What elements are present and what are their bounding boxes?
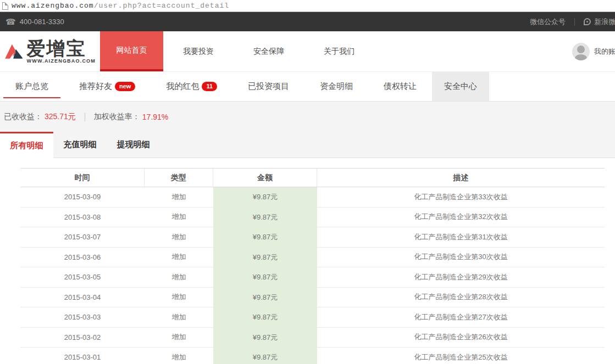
- transactions-table: 时间 类型 金额 描述 2015-03-09 增加 ¥9.87元 化工产品制造企…: [20, 168, 605, 364]
- cell-amount: ¥9.87元: [213, 288, 317, 308]
- cell-amount: ¥9.87元: [213, 227, 317, 248]
- nav-item-security[interactable]: 安全保障: [248, 47, 290, 57]
- main-header: 爱增宝 WWW.AIZENGBAO.COM 网站首页 我要投资 安全保障 关于我…: [0, 31, 615, 71]
- table-row: 2015-03-06 增加 ¥9.87元 化工产品制造企业第30次收益: [20, 248, 605, 268]
- cell-description: 化工产品制造企业第27次收益: [317, 307, 605, 328]
- table-row: 2015-03-08 增加 ¥9.87元 化工产品制造企业第32次收益: [20, 208, 605, 228]
- cell-description: 化工产品制造企业第26次收益: [317, 328, 605, 348]
- cell-amount: ¥9.87元: [213, 208, 317, 228]
- table-row: 2015-03-05 增加 ¥9.87元 化工产品制造企业第29次收益: [20, 267, 605, 288]
- table-row: 2015-03-04 增加 ¥9.87元 化工产品制造企业第28次收益: [20, 288, 605, 308]
- cell-time: 2015-03-01: [20, 348, 145, 364]
- avatar: [572, 43, 590, 60]
- count-badge: 11: [202, 82, 217, 91]
- browser-url-bar[interactable]: www.aizengbao.com/user.php?act=account_d…: [0, 0, 615, 12]
- cell-amount: ¥9.87元: [213, 307, 317, 328]
- table-row: 2015-03-07 增加 ¥9.87元 化工产品制造企业第31次收益: [20, 227, 605, 248]
- col-header-amount: 金额: [213, 169, 317, 187]
- weighted-rate-value: 17.91%: [142, 113, 168, 121]
- tab-all-details[interactable]: 所有明细: [0, 132, 53, 158]
- logo-text: 爱增宝: [27, 39, 96, 58]
- new-badge: new: [115, 82, 135, 91]
- subnav-item-referral[interactable]: 推荐好友 new: [71, 72, 143, 101]
- earned-income-label: 已收收益：: [4, 112, 42, 122]
- cell-time: 2015-03-04: [20, 288, 145, 308]
- content-area: 时间 类型 金额 描述 2015-03-09 增加 ¥9.87元 化工产品制造企…: [0, 158, 615, 364]
- cell-type: 增加: [145, 348, 213, 364]
- earned-income-value: 325.71元: [45, 112, 76, 122]
- subnav-item-invested-projects[interactable]: 已投资项目: [240, 72, 297, 101]
- subnav-label: 账户总览: [15, 81, 48, 92]
- subnav-item-debt-transfer[interactable]: 债权转让: [376, 72, 424, 101]
- tab-recharge-details[interactable]: 充值明细: [53, 132, 107, 158]
- tab-withdraw-details[interactable]: 提现明细: [107, 132, 160, 158]
- topbar-social: 微信公众号 新浪微博: [530, 12, 615, 31]
- cell-time: 2015-03-07: [20, 227, 145, 248]
- table-body: 2015-03-09 增加 ¥9.87元 化工产品制造企业第33次收益 2015…: [20, 187, 605, 364]
- subnav-label: 资金明细: [320, 81, 353, 92]
- subnav-label: 安全中心: [444, 81, 477, 92]
- cell-time: 2015-03-08: [20, 208, 145, 228]
- cell-description: 化工产品制造企业第33次收益: [317, 187, 605, 208]
- stats-section: 已收收益： 325.71元 加权收益率： 17.91% 所有明细 充值明细 提现…: [0, 102, 615, 158]
- divider: [85, 113, 85, 121]
- nav-item-about[interactable]: 关于我们: [318, 47, 360, 57]
- cell-time: 2015-03-03: [20, 307, 145, 328]
- my-account[interactable]: 我的账户: [572, 31, 615, 71]
- logo-icon: [4, 37, 24, 66]
- subnav-item-redpacket[interactable]: 我的红包 11: [158, 72, 225, 101]
- subnav-label: 我的红包: [166, 81, 199, 92]
- cell-time: 2015-03-06: [20, 248, 145, 268]
- cell-type: 增加: [145, 187, 213, 208]
- cell-amount: ¥9.87元: [213, 248, 317, 268]
- account-label: 我的账户: [594, 47, 615, 57]
- phone-block: ☎ 400-081-3330: [0, 17, 64, 27]
- wechat-link[interactable]: 微信公众号: [530, 17, 566, 27]
- url-path: /user.php?act=account_detail: [94, 2, 229, 10]
- subnav-item-fund-details[interactable]: 资金明细: [312, 72, 361, 101]
- cell-type: 增加: [145, 248, 213, 268]
- divider: [574, 18, 575, 26]
- cell-amount: ¥9.87元: [213, 348, 317, 364]
- cell-time: 2015-03-02: [20, 328, 145, 348]
- subnav-item-overview[interactable]: 账户总览: [8, 72, 56, 101]
- logo-subtext: WWW.AIZENGBAO.COM: [27, 59, 96, 64]
- phone-icon: ☎: [5, 17, 16, 27]
- cell-type: 增加: [145, 267, 213, 288]
- col-header-type: 类型: [145, 169, 213, 187]
- subnav-label: 推荐好友: [79, 81, 112, 92]
- table-row: 2015-03-02 增加 ¥9.87元 化工产品制造企业第26次收益: [20, 328, 605, 348]
- col-header-time: 时间: [20, 169, 145, 187]
- cell-description: 化工产品制造企业第30次收益: [317, 248, 605, 268]
- table-header-row: 时间 类型 金额 描述: [20, 168, 605, 187]
- cell-type: 增加: [145, 227, 213, 248]
- table-row: 2015-03-09 增加 ¥9.87元 化工产品制造企业第33次收益: [20, 187, 605, 208]
- subnav-label: 已投资项目: [248, 81, 289, 92]
- cell-type: 增加: [145, 288, 213, 308]
- nav-item-invest[interactable]: 我要投资: [178, 47, 219, 57]
- account-subnav: 账户总览 推荐好友 new 我的红包 11 已投资项目 资金明细 债权转让 安全…: [0, 71, 615, 102]
- cell-amount: ¥9.87元: [213, 267, 317, 288]
- stats-row: 已收收益： 325.71元 加权收益率： 17.91%: [0, 102, 615, 132]
- site-logo[interactable]: 爱增宝 WWW.AIZENGBAO.COM: [0, 37, 96, 66]
- col-header-description: 描述: [317, 169, 605, 187]
- weighted-rate-label: 加权收益率：: [94, 112, 140, 122]
- top-bar: ☎ 400-081-3330 微信公众号 新浪微博: [0, 12, 615, 31]
- nav-item-home[interactable]: 网站首页: [100, 31, 163, 71]
- url-domain: www.aizengbao.com: [12, 2, 94, 10]
- weibo-icon: [584, 18, 591, 25]
- cell-type: 增加: [145, 328, 213, 348]
- cell-description: 化工产品制造企业第28次收益: [317, 288, 605, 308]
- cell-amount: ¥9.87元: [213, 187, 317, 208]
- cell-description: 化工产品制造企业第29次收益: [317, 267, 605, 288]
- cell-description: 化工产品制造企业第32次收益: [317, 208, 605, 228]
- logo-text-block: 爱增宝 WWW.AIZENGBAO.COM: [27, 39, 96, 64]
- url-text[interactable]: www.aizengbao.com/user.php?act=account_d…: [12, 2, 229, 10]
- cell-time: 2015-03-09: [20, 187, 145, 208]
- weibo-link[interactable]: 新浪微博: [594, 17, 615, 27]
- cell-description: 化工产品制造企业第25次收益: [317, 348, 605, 364]
- cell-type: 增加: [145, 307, 213, 328]
- page: www.aizengbao.com/user.php?act=account_d…: [0, 0, 615, 364]
- subnav-item-security-center[interactable]: 安全中心: [432, 72, 489, 101]
- cell-description: 化工产品制造企业第31次收益: [317, 227, 605, 248]
